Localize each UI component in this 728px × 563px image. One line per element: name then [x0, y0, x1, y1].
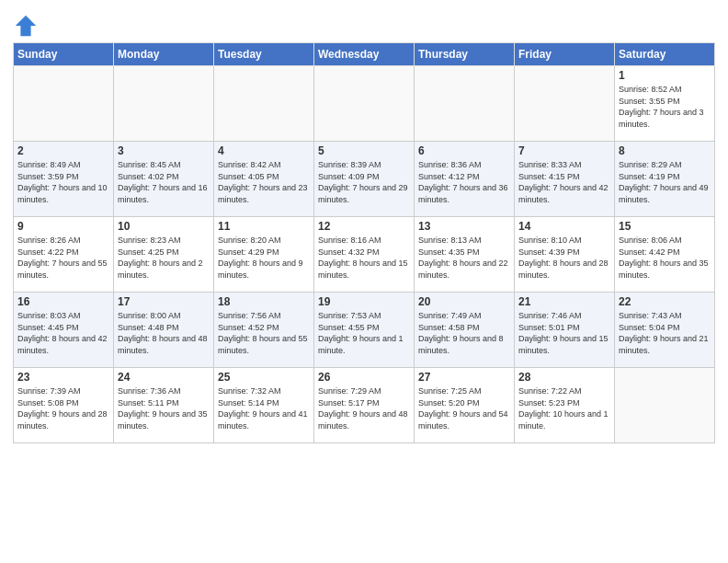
- weekday-header-monday: Monday: [114, 43, 214, 66]
- calendar-cell: 26Sunrise: 7:29 AM Sunset: 5:17 PM Dayli…: [314, 368, 415, 443]
- calendar-cell: 4Sunrise: 8:42 AM Sunset: 4:05 PM Daylig…: [214, 142, 314, 217]
- calendar-cell: [415, 66, 515, 142]
- day-number: 3: [118, 144, 210, 157]
- header-row: [13, 9, 715, 39]
- calendar-week-row: 23Sunrise: 7:39 AM Sunset: 5:08 PM Dayli…: [14, 368, 715, 443]
- page-container: SundayMondayTuesdayWednesdayThursdayFrid…: [0, 0, 728, 449]
- calendar-week-row: 9Sunrise: 8:26 AM Sunset: 4:22 PM Daylig…: [14, 217, 715, 293]
- calendar-cell: 7Sunrise: 8:33 AM Sunset: 4:15 PM Daylig…: [515, 142, 615, 217]
- calendar-cell: 10Sunrise: 8:23 AM Sunset: 4:25 PM Dayli…: [114, 217, 214, 293]
- day-info: Sunrise: 8:03 AM Sunset: 4:45 PM Dayligh…: [17, 310, 109, 356]
- day-info: Sunrise: 8:16 AM Sunset: 4:32 PM Dayligh…: [318, 235, 410, 281]
- day-info: Sunrise: 8:33 AM Sunset: 4:15 PM Dayligh…: [518, 159, 610, 205]
- svg-marker-0: [16, 16, 36, 36]
- day-number: 18: [218, 295, 310, 308]
- day-number: 27: [418, 371, 510, 384]
- calendar-cell: 20Sunrise: 7:49 AM Sunset: 4:58 PM Dayli…: [415, 293, 515, 368]
- day-info: Sunrise: 7:29 AM Sunset: 5:17 PM Dayligh…: [318, 385, 410, 431]
- day-info: Sunrise: 8:36 AM Sunset: 4:12 PM Dayligh…: [418, 159, 510, 205]
- day-number: 26: [318, 371, 410, 384]
- day-info: Sunrise: 8:49 AM Sunset: 3:59 PM Dayligh…: [17, 159, 109, 205]
- calendar-cell: 2Sunrise: 8:49 AM Sunset: 3:59 PM Daylig…: [14, 142, 114, 217]
- day-info: Sunrise: 8:45 AM Sunset: 4:02 PM Dayligh…: [118, 159, 210, 205]
- day-info: Sunrise: 7:32 AM Sunset: 5:14 PM Dayligh…: [218, 385, 310, 431]
- calendar-week-row: 2Sunrise: 8:49 AM Sunset: 3:59 PM Daylig…: [14, 142, 715, 217]
- day-number: 11: [218, 220, 310, 233]
- calendar-cell: 22Sunrise: 7:43 AM Sunset: 5:04 PM Dayli…: [615, 293, 715, 368]
- weekday-header-friday: Friday: [515, 43, 615, 66]
- day-number: 1: [619, 69, 711, 82]
- calendar-cell: [515, 66, 615, 142]
- calendar-cell: 9Sunrise: 8:26 AM Sunset: 4:22 PM Daylig…: [14, 217, 114, 293]
- calendar-cell: 25Sunrise: 7:32 AM Sunset: 5:14 PM Dayli…: [214, 368, 314, 443]
- calendar-cell: 12Sunrise: 8:16 AM Sunset: 4:32 PM Dayli…: [314, 217, 415, 293]
- calendar-cell: 19Sunrise: 7:53 AM Sunset: 4:55 PM Dayli…: [314, 293, 415, 368]
- calendar-cell: 3Sunrise: 8:45 AM Sunset: 4:02 PM Daylig…: [114, 142, 214, 217]
- calendar-cell: 11Sunrise: 8:20 AM Sunset: 4:29 PM Dayli…: [214, 217, 314, 293]
- calendar-cell: 17Sunrise: 8:00 AM Sunset: 4:48 PM Dayli…: [114, 293, 214, 368]
- calendar-cell: 27Sunrise: 7:25 AM Sunset: 5:20 PM Dayli…: [415, 368, 515, 443]
- day-info: Sunrise: 8:13 AM Sunset: 4:35 PM Dayligh…: [418, 235, 510, 281]
- calendar-cell: 23Sunrise: 7:39 AM Sunset: 5:08 PM Dayli…: [14, 368, 114, 443]
- calendar-cell: [615, 368, 715, 443]
- day-number: 6: [418, 144, 510, 157]
- weekday-header-wednesday: Wednesday: [314, 43, 415, 66]
- day-number: 15: [619, 220, 711, 233]
- weekday-header-saturday: Saturday: [615, 43, 715, 66]
- day-number: 9: [17, 220, 109, 233]
- day-info: Sunrise: 8:10 AM Sunset: 4:39 PM Dayligh…: [518, 235, 610, 281]
- calendar-cell: 15Sunrise: 8:06 AM Sunset: 4:42 PM Dayli…: [615, 217, 715, 293]
- calendar-cell: 24Sunrise: 7:36 AM Sunset: 5:11 PM Dayli…: [114, 368, 214, 443]
- day-number: 5: [318, 144, 410, 157]
- weekday-header-thursday: Thursday: [415, 43, 515, 66]
- calendar-cell: 28Sunrise: 7:22 AM Sunset: 5:23 PM Dayli…: [515, 368, 615, 443]
- calendar-cell: 8Sunrise: 8:29 AM Sunset: 4:19 PM Daylig…: [615, 142, 715, 217]
- calendar-cell: 5Sunrise: 8:39 AM Sunset: 4:09 PM Daylig…: [314, 142, 415, 217]
- day-info: Sunrise: 8:23 AM Sunset: 4:25 PM Dayligh…: [118, 235, 210, 281]
- day-number: 16: [17, 295, 109, 308]
- day-number: 10: [118, 220, 210, 233]
- calendar-table: SundayMondayTuesdayWednesdayThursdayFrid…: [13, 42, 715, 443]
- day-info: Sunrise: 8:39 AM Sunset: 4:09 PM Dayligh…: [318, 159, 410, 205]
- day-info: Sunrise: 7:46 AM Sunset: 5:01 PM Dayligh…: [518, 310, 610, 356]
- calendar-cell: 6Sunrise: 8:36 AM Sunset: 4:12 PM Daylig…: [415, 142, 515, 217]
- day-number: 21: [518, 295, 610, 308]
- day-number: 25: [218, 371, 310, 384]
- day-number: 17: [118, 295, 210, 308]
- logo-icon: [13, 13, 39, 39]
- day-info: Sunrise: 7:22 AM Sunset: 5:23 PM Dayligh…: [518, 385, 610, 431]
- day-info: Sunrise: 7:53 AM Sunset: 4:55 PM Dayligh…: [318, 310, 410, 356]
- calendar-week-row: 16Sunrise: 8:03 AM Sunset: 4:45 PM Dayli…: [14, 293, 715, 368]
- day-number: 7: [518, 144, 610, 157]
- day-number: 28: [518, 371, 610, 384]
- day-info: Sunrise: 7:49 AM Sunset: 4:58 PM Dayligh…: [418, 310, 510, 356]
- day-number: 22: [619, 295, 711, 308]
- calendar-cell: 1Sunrise: 8:52 AM Sunset: 3:55 PM Daylig…: [615, 66, 715, 142]
- day-number: 8: [619, 144, 711, 157]
- calendar-cell: 16Sunrise: 8:03 AM Sunset: 4:45 PM Dayli…: [14, 293, 114, 368]
- day-info: Sunrise: 7:39 AM Sunset: 5:08 PM Dayligh…: [17, 385, 109, 431]
- weekday-header-sunday: Sunday: [14, 43, 114, 66]
- day-info: Sunrise: 7:25 AM Sunset: 5:20 PM Dayligh…: [418, 385, 510, 431]
- day-number: 12: [318, 220, 410, 233]
- calendar-cell: 18Sunrise: 7:56 AM Sunset: 4:52 PM Dayli…: [214, 293, 314, 368]
- calendar-cell: [314, 66, 415, 142]
- day-info: Sunrise: 8:20 AM Sunset: 4:29 PM Dayligh…: [218, 235, 310, 281]
- calendar-cell: 14Sunrise: 8:10 AM Sunset: 4:39 PM Dayli…: [515, 217, 615, 293]
- calendar-header-row: SundayMondayTuesdayWednesdayThursdayFrid…: [14, 43, 715, 66]
- day-number: 24: [118, 371, 210, 384]
- day-info: Sunrise: 7:56 AM Sunset: 4:52 PM Dayligh…: [218, 310, 310, 356]
- day-info: Sunrise: 8:00 AM Sunset: 4:48 PM Dayligh…: [118, 310, 210, 356]
- calendar-week-row: 1Sunrise: 8:52 AM Sunset: 3:55 PM Daylig…: [14, 66, 715, 142]
- day-info: Sunrise: 8:52 AM Sunset: 3:55 PM Dayligh…: [619, 84, 711, 130]
- day-info: Sunrise: 8:26 AM Sunset: 4:22 PM Dayligh…: [17, 235, 109, 281]
- day-info: Sunrise: 7:36 AM Sunset: 5:11 PM Dayligh…: [118, 385, 210, 431]
- day-number: 23: [17, 371, 109, 384]
- day-info: Sunrise: 8:29 AM Sunset: 4:19 PM Dayligh…: [619, 159, 711, 205]
- day-number: 13: [418, 220, 510, 233]
- day-info: Sunrise: 8:06 AM Sunset: 4:42 PM Dayligh…: [619, 235, 711, 281]
- day-number: 2: [17, 144, 109, 157]
- calendar-cell: 21Sunrise: 7:46 AM Sunset: 5:01 PM Dayli…: [515, 293, 615, 368]
- calendar-cell: [14, 66, 114, 142]
- day-number: 20: [418, 295, 510, 308]
